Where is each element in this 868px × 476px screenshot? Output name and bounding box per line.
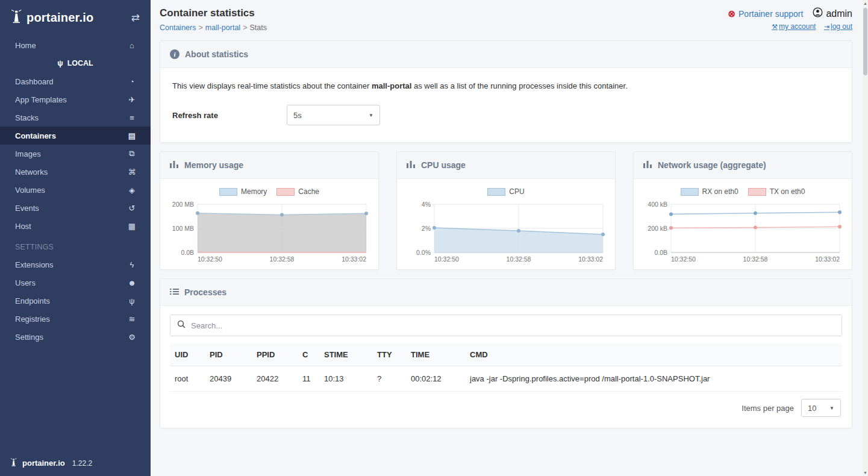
breadcrumb-stats: Stats (249, 23, 267, 32)
scrollbar-thumb[interactable] (863, 8, 867, 75)
column-header-c[interactable]: C (298, 343, 319, 366)
svg-text:10:32:58: 10:32:58 (743, 255, 768, 263)
portainer-support-link[interactable]: ⊗ Portainer support (728, 8, 803, 19)
sidebar-item-stacks[interactable]: Stacks≡ (0, 108, 151, 127)
column-header-tty[interactable]: TTY (372, 343, 406, 366)
sidebar-item-containers[interactable]: Containers▤ (0, 127, 151, 145)
about-statistics-header: i About statistics (160, 41, 852, 68)
column-header-ppid[interactable]: PPID (252, 343, 298, 366)
cpu-usage-panel: CPU usage CPU 4%2%0.0%10:32:5010:32:5810… (396, 151, 616, 270)
network-usage-chart: 400 kB200 kB0.0B10:32:5010:32:5810:33:02 (642, 199, 843, 266)
svg-text:10:32:50: 10:32:50 (434, 255, 459, 263)
pagination: Items per page 10 ▼ (170, 392, 842, 422)
processes-table: UIDPIDPPIDCSTIMETTYTIMECMD root204392042… (170, 343, 842, 392)
portainer-lighthouse-icon (10, 8, 23, 27)
sidebar-item-volumes[interactable]: Volumes◈ (0, 181, 151, 199)
user-name: admin (826, 8, 852, 19)
sidebar-nav: Home⌂ψLOCALDashboard◔App Templates✈Stack… (0, 36, 151, 346)
endpoints-icon: ψ (126, 296, 137, 305)
legend-item: CPU (487, 187, 524, 196)
sidebar-item-app-templates[interactable]: App Templates✈ (0, 90, 151, 108)
info-icon: i (170, 49, 180, 59)
sidebar-item-registries[interactable]: Registries≋ (0, 310, 151, 328)
svg-text:10:33:02: 10:33:02 (578, 255, 603, 263)
my-account-link[interactable]: ⚒my account (772, 22, 816, 31)
gear-icon: ⚙ (126, 333, 137, 342)
svg-text:10:32:58: 10:32:58 (270, 255, 295, 263)
sidebar-item-home[interactable]: Home⌂ (0, 36, 151, 54)
registries-icon: ≋ (126, 315, 137, 324)
legend-item: Cache (276, 187, 319, 196)
sidebar-endpoint-local: ψLOCAL (0, 54, 151, 72)
refresh-rate-label: Refresh rate (172, 111, 287, 120)
page-scrollbar[interactable]: ▲ ▼ (863, 0, 868, 476)
breadcrumb: Containers>mall-portal>Stats (160, 23, 267, 32)
column-header-cmd[interactable]: CMD (465, 343, 842, 366)
user-menu[interactable]: admin (813, 7, 852, 20)
column-header-time[interactable]: TIME (406, 343, 465, 366)
column-header-pid[interactable]: PID (205, 343, 252, 366)
history-icon: ↺ (126, 204, 137, 213)
items-per-page-label: Items per page (742, 404, 794, 413)
plug-icon: ψ (57, 59, 63, 67)
volumes-icon: ◈ (126, 186, 137, 195)
svg-text:100 MB: 100 MB (172, 225, 194, 232)
sidebar-item-extensions[interactable]: Extensionsϟ (0, 255, 151, 274)
breadcrumb-containers[interactable]: Containers (160, 23, 196, 32)
table-header-row: UIDPIDPPIDCSTIMETTYTIMECMD (170, 343, 842, 366)
about-statistics-panel: i About statistics This view displays re… (160, 40, 852, 143)
svg-text:200 MB: 200 MB (172, 201, 194, 208)
svg-text:0.0%: 0.0% (416, 249, 431, 256)
refresh-rate-select[interactable]: 5s ▼ (287, 105, 380, 125)
log-out-link[interactable]: ⇥log out (824, 22, 852, 31)
memory-chart-legend: MemoryCache (169, 187, 370, 196)
container-name: mall-portal (372, 81, 411, 90)
breadcrumb-mall-portal[interactable]: mall-portal (205, 23, 240, 32)
sidebar-section-settings: SETTINGS (0, 235, 151, 255)
tasks-icon (170, 287, 179, 297)
search-icon (177, 320, 186, 331)
bar-chart-icon (407, 160, 416, 170)
process-search (170, 315, 842, 336)
scroll-up-icon[interactable]: ▲ (863, 1, 868, 5)
page-header: Container statistics Containers>mall-por… (160, 7, 852, 32)
scroll-down-icon[interactable]: ▼ (863, 471, 868, 475)
processes-header: Processes (160, 279, 852, 306)
svg-text:2%: 2% (422, 225, 431, 232)
sidebar-item-events[interactable]: Events↺ (0, 199, 151, 217)
sidebar-item-endpoints[interactable]: Endpointsψ (0, 292, 151, 310)
network-usage-panel: Network usage (aggregate) RX on eth0TX o… (633, 151, 852, 270)
footer-logo-text: portainer.io (22, 459, 65, 468)
home-icon: ⌂ (126, 41, 137, 50)
sign-out-icon: ⇥ (824, 23, 829, 30)
sidebar-collapse-icon[interactable]: ⇄ (131, 11, 140, 24)
images-icon: ⧉ (126, 149, 137, 158)
chevron-down-icon: ▼ (369, 113, 373, 118)
table-row[interactable]: root20439204221110:13?00:02:12java -jar … (170, 366, 842, 392)
sidebar-item-settings[interactable]: Settings⚙ (0, 328, 151, 346)
sidebar-footer: portainer.io 1.22.2 (10, 457, 92, 469)
column-header-uid[interactable]: UID (170, 343, 205, 366)
sidebar-item-images[interactable]: Images⧉ (0, 145, 151, 163)
life-ring-icon: ⊗ (728, 8, 735, 19)
user-icon (813, 7, 823, 20)
legend-item: TX on eth0 (748, 187, 805, 196)
sidebar-item-networks[interactable]: Networks⌘ (0, 163, 151, 181)
svg-text:200 kB: 200 kB (648, 225, 667, 232)
processes-title: Processes (184, 287, 226, 297)
containers-icon: ▤ (126, 131, 137, 140)
svg-text:400 kB: 400 kB (648, 201, 667, 208)
svg-text:4%: 4% (422, 201, 431, 208)
charts-row: Memory usage MemoryCache 200 MB100 MB0.0… (160, 151, 852, 270)
svg-text:0.0B: 0.0B (181, 249, 194, 256)
sidebar-item-dashboard[interactable]: Dashboard◔ (0, 72, 151, 90)
search-input[interactable] (191, 321, 835, 330)
sidebar-item-host[interactable]: Host▦ (0, 217, 151, 235)
cpu-chart-legend: CPU (405, 187, 607, 196)
items-per-page-select[interactable]: 10 ▼ (801, 399, 841, 417)
column-header-stime[interactable]: STIME (319, 343, 372, 366)
wrench-icon: ⚒ (772, 23, 778, 30)
sitemap-icon: ⌘ (126, 168, 137, 177)
sidebar-item-users[interactable]: Users☻ (0, 274, 151, 292)
portainer-lighthouse-icon (10, 457, 17, 469)
